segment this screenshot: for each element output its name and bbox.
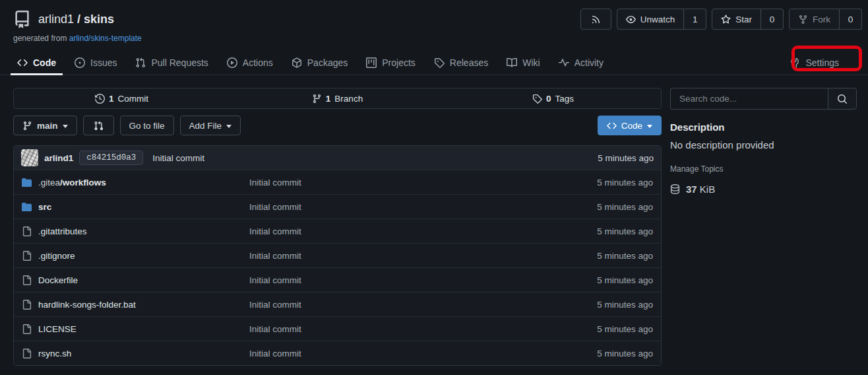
commits-count: 1 xyxy=(109,94,114,104)
tab-wiki[interactable]: Wiki xyxy=(500,51,546,75)
search-code-input[interactable] xyxy=(670,88,828,110)
file-commit-time: 5 minutes ago xyxy=(541,324,653,334)
template-repo-link[interactable]: arlind/skins-template xyxy=(69,34,142,43)
search-submit-button[interactable] xyxy=(828,88,857,110)
file-commit-message-link[interactable]: Initial commit xyxy=(249,324,541,334)
watchers-count-button[interactable]: 1 xyxy=(684,9,706,30)
file-row: src Initial commit 5 minutes ago xyxy=(14,194,661,219)
commits-label: Commit xyxy=(118,94,149,104)
rss-button[interactable] xyxy=(580,9,611,30)
repo-toolbar: main Go to file Add File Code xyxy=(13,116,662,135)
file-table: arlind1 c84215d0a3 Initial commit 5 minu… xyxy=(13,145,662,366)
go-to-file-button[interactable]: Go to file xyxy=(120,116,174,135)
star-icon xyxy=(721,15,731,24)
file-commit-message-link[interactable]: Initial commit xyxy=(249,251,541,261)
wiki-icon xyxy=(507,57,517,68)
chevron-down-icon xyxy=(647,125,652,128)
branches-stat[interactable]: 1 Branch xyxy=(230,94,445,104)
tab-projects[interactable]: Projects xyxy=(359,51,422,75)
actions-icon xyxy=(227,57,237,68)
repo-title-separator: / xyxy=(77,13,80,26)
latest-commit-row: arlind1 c84215d0a3 Initial commit 5 minu… xyxy=(14,146,661,170)
eye-icon xyxy=(626,15,636,24)
fork-button-group: Fork 0 xyxy=(789,9,862,30)
manage-topics-link[interactable]: Manage Topics xyxy=(670,164,857,174)
tab-issues[interactable]: Issues xyxy=(68,51,123,75)
file-name-link[interactable]: .gitattributes xyxy=(22,226,249,236)
main-content: 1 Commit 1 Branch 0 Tags main xyxy=(0,75,868,366)
file-commit-message-link[interactable]: Initial commit xyxy=(249,349,541,358)
add-file-button[interactable]: Add File xyxy=(180,116,241,135)
file-commit-time: 5 minutes ago xyxy=(541,202,653,212)
file-commit-message-link[interactable]: Initial commit xyxy=(249,300,541,310)
branch-icon xyxy=(312,94,322,104)
commit-message-link[interactable]: Initial commit xyxy=(152,153,204,163)
repo-title: arlind1/skins xyxy=(13,11,114,28)
file-commit-time: 5 minutes ago xyxy=(541,300,653,310)
repo-stats-bar: 1 Commit 1 Branch 0 Tags xyxy=(13,88,662,109)
file-icon xyxy=(22,251,32,261)
history-icon xyxy=(95,94,105,104)
repo-name-link[interactable]: skins xyxy=(84,13,114,26)
file-name-link[interactable]: hardlink-songs-folder.bat xyxy=(22,300,249,310)
stars-count: 0 xyxy=(770,15,775,24)
file-name-link[interactable]: LICENSE xyxy=(22,324,249,334)
rss-icon xyxy=(591,15,601,24)
commit-hash-link[interactable]: c84215d0a3 xyxy=(79,151,143,165)
tab-settings[interactable]: Settings xyxy=(783,57,846,68)
description-text: No description provided xyxy=(670,139,857,151)
repo-header: arlind1/skins Unwatch 1 Star 0 xyxy=(0,0,868,30)
tab-releases[interactable]: Releases xyxy=(427,51,495,75)
tab-packages[interactable]: Packages xyxy=(285,51,354,75)
file-name-link[interactable]: src xyxy=(22,202,249,212)
tab-pull-requests[interactable]: Pull Requests xyxy=(129,51,214,75)
tab-code[interactable]: Code xyxy=(11,51,63,75)
compare-button[interactable] xyxy=(83,116,114,135)
star-button[interactable]: Star xyxy=(712,9,761,30)
file-commit-message-link[interactable]: Initial commit xyxy=(249,202,541,212)
commits-stat[interactable]: 1 Commit xyxy=(14,94,230,104)
file-name-link[interactable]: .gitea/workflows xyxy=(22,178,249,188)
file-name-link[interactable]: .gitignore xyxy=(22,251,249,261)
unwatch-button[interactable]: Unwatch xyxy=(617,9,685,30)
fork-button[interactable]: Fork xyxy=(789,9,840,30)
tag-icon xyxy=(532,94,542,104)
file-name-link[interactable]: Dockerfile xyxy=(22,275,249,285)
avatar[interactable] xyxy=(21,149,38,166)
file-name-link[interactable]: rsync.sh xyxy=(22,349,249,358)
code-download-button[interactable]: Code xyxy=(598,116,662,135)
file-commit-time: 5 minutes ago xyxy=(541,349,653,358)
unwatch-label: Unwatch xyxy=(640,15,675,24)
branches-label: Branch xyxy=(334,94,363,104)
file-row: Dockerfile Initial commit 5 minutes ago xyxy=(14,267,661,292)
stars-count-button[interactable]: 0 xyxy=(761,9,784,30)
project-icon xyxy=(366,57,377,68)
branch-selector[interactable]: main xyxy=(13,116,77,135)
chevron-down-icon xyxy=(226,125,232,128)
commit-time: 5 minutes ago xyxy=(598,153,654,163)
file-row: rsync.sh Initial commit 5 minutes ago xyxy=(14,341,661,365)
file-commit-message-link[interactable]: Initial commit xyxy=(249,226,541,236)
repo-owner-link[interactable]: arlind1 xyxy=(38,13,74,26)
file-commit-time: 5 minutes ago xyxy=(541,178,653,188)
watch-button-group: Unwatch 1 xyxy=(617,9,707,30)
package-icon xyxy=(292,57,302,68)
search-icon xyxy=(837,94,848,104)
forks-count: 0 xyxy=(848,15,853,24)
tags-stat[interactable]: 0 Tags xyxy=(445,94,661,104)
forks-count-button[interactable]: 0 xyxy=(840,9,862,30)
tab-activity[interactable]: Activity xyxy=(552,51,610,75)
tab-actions[interactable]: Actions xyxy=(220,51,280,75)
description-heading: Description xyxy=(670,121,857,133)
commit-author-link[interactable]: arlind1 xyxy=(44,153,73,163)
code-button-label: Code xyxy=(621,121,642,131)
file-row: hardlink-songs-folder.bat Initial commit… xyxy=(14,292,661,316)
database-icon xyxy=(670,184,680,194)
pull-request-icon xyxy=(135,57,146,68)
file-row: LICENSE Initial commit 5 minutes ago xyxy=(14,316,661,341)
tags-label: Tags xyxy=(555,94,574,104)
file-commit-message-link[interactable]: Initial commit xyxy=(249,178,541,188)
repo-sidebar: Description No description provided Mana… xyxy=(670,88,857,195)
file-row: .gitattributes Initial commit 5 minutes … xyxy=(14,219,661,243)
file-commit-message-link[interactable]: Initial commit xyxy=(249,275,541,285)
